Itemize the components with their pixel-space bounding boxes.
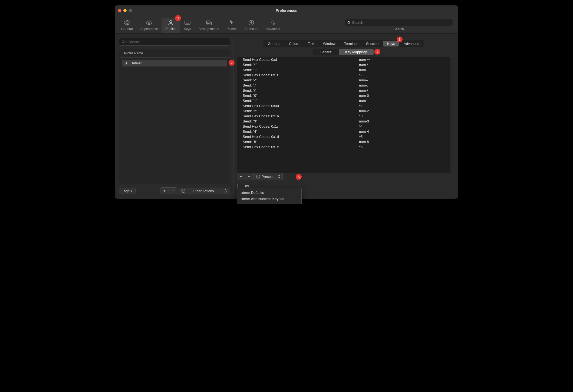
preset-natural-text-editing[interactable]: Natural Text Editing [237,202,301,204]
profile-search-field[interactable] [119,38,230,46]
mapping-row[interactable]: Send: "*"num-* [237,62,450,67]
gear-icon [124,19,130,26]
search-icon [347,21,351,25]
delete-checkbox-row: Del [237,184,450,188]
tab-advanced[interactable]: Advanced [399,41,424,46]
mapping-action: Send: "2" [243,109,359,113]
sidebar-bottom-bar: Tags > + − ••• Other Actions... [119,187,230,194]
mapping-row[interactable]: Send Hex Codes: 0x1b^3 [237,114,450,119]
toolbar-arrangements[interactable]: Arrangements [195,18,223,33]
profile-name: Default [130,61,141,65]
toolbar-label: Appearance [140,27,158,31]
toolbar-shortcuts[interactable]: Shortcuts [241,18,262,33]
mapping-row[interactable]: Send: "0"num-0 [237,93,450,98]
presets-dropdown: xterm Defaults xterm with Numeric Keypad… [237,188,302,204]
profile-search-input[interactable] [127,39,228,44]
presets-button[interactable]: ••• Presets... [253,173,283,180]
windows-icon [206,19,212,26]
mapping-row[interactable]: Send: "-"num-- [237,78,450,83]
delete-checkbox[interactable] [237,184,241,188]
person-icon [167,19,174,26]
tab-text[interactable]: Text [304,41,319,46]
profiles-sidebar: Profile Name Default 2 Tags > + − ••• Ot… [119,38,230,194]
mapping-shortcut: ^3 [359,114,363,118]
profile-row-default[interactable]: Default 2 [122,60,227,67]
annotation-badge-3: 3 [397,36,403,42]
delete-checkbox-label: Del [243,184,249,188]
mapping-shortcut: num-↩ [359,58,370,62]
mapping-row[interactable]: Send: "1"num-1 [237,98,450,103]
pointer-icon [229,19,235,26]
search-field[interactable] [345,19,453,26]
mapping-row[interactable]: Send Hex Codes: 0x1e^6 [237,144,450,150]
tags-button[interactable]: Tags > [119,188,136,194]
mapping-shortcut: ^4 [359,124,363,128]
mapping-shortcut: num-4 [359,129,369,134]
annotation-badge-1: 1 [175,15,181,21]
toolbar-label: Shortcuts [245,27,258,31]
mapping-row[interactable]: Send Hex Codes: 0x1c^4 [237,124,450,129]
mapping-row[interactable]: Send: "/"num-/ [237,88,450,93]
tab-keys[interactable]: Keys [383,41,399,46]
preferences-window: Preferences General Appearance 1 Profile… [115,5,458,199]
other-actions-button[interactable]: ••• Other Actions... [179,188,230,194]
minimize-button[interactable] [123,9,127,12]
key-mappings-table[interactable]: Send Hex Codes: 0xdnum-↩Send: "*"num-*Se… [237,57,450,173]
mapping-row[interactable]: Send Hex Codes: 0xdnum-↩ [237,57,450,62]
mapping-row[interactable]: Send: "2"num-2 [237,108,450,114]
toolbar-label: General [121,27,133,31]
mapping-shortcut: num-0 [359,94,369,98]
mapping-action: Send Hex Codes: 0xd [243,58,359,62]
close-button[interactable] [118,9,121,12]
mapping-shortcut: ^2 [359,104,363,108]
minus-icon: − [248,174,250,179]
star-icon [125,61,128,65]
mapping-action: Send Hex Codes: 0x1d [243,135,359,139]
mapping-action: Send: "4" [243,129,359,134]
toolbar-profiles[interactable]: 1 Profiles [162,18,180,33]
mapping-action: Send: "/" [243,88,359,92]
subtab-general[interactable]: General [313,49,339,55]
mapping-row[interactable]: Send: "+"num-+ [237,67,450,72]
toolbar-pointer[interactable]: Pointer [223,18,241,33]
toolbar-search: Search [342,17,456,33]
toolbar-keys[interactable]: Keys [180,18,195,33]
mapping-row[interactable]: Send Hex Codes: 0x00^2 [237,103,450,108]
preset-xterm-numeric[interactable]: xterm with Numeric Keypad [237,196,301,202]
mapping-shortcut: num-- [359,78,368,82]
mapping-shortcut: num-1 [359,99,369,103]
preset-xterm-defaults[interactable]: xterm Defaults [237,190,301,196]
ellipsis-circle-icon: ••• [182,189,185,193]
tab-terminal[interactable]: Terminal [340,41,362,46]
tab-colors[interactable]: Colors [285,41,304,46]
mapping-row[interactable]: Send: "."num-. [237,83,450,88]
chevron-down-icon [125,41,127,43]
search-input[interactable] [351,20,450,25]
add-profile-button[interactable]: + [160,187,169,194]
mapping-row[interactable]: Send: "3"num-3 [237,119,450,124]
mapping-row[interactable]: Send Hex Codes: 0x1d^5 [237,134,450,139]
mapping-row[interactable]: Send: "5"num-5 [237,139,450,144]
dropdown-arrows-icon [278,175,281,178]
mapping-action: Send: "*" [243,63,359,67]
toolbar-label: Keys [184,27,191,31]
toolbar-general[interactable]: General [117,18,137,33]
remove-mapping-button[interactable]: − [245,173,253,180]
remove-profile-button[interactable]: − [169,187,177,194]
tab-window[interactable]: Window [319,41,340,46]
mapping-shortcut: ^5 [359,135,363,139]
svg-point-6 [271,21,273,23]
mapping-row[interactable]: Send: "4"num-4 [237,129,450,134]
mapping-action: Send: "-" [243,78,359,82]
svg-point-7 [274,23,275,25]
add-mapping-button[interactable]: + [237,173,245,180]
tab-general[interactable]: General [264,41,285,46]
zoom-button[interactable] [129,9,132,12]
window-title: Preferences [276,8,297,13]
mapping-action: Send: "3" [243,119,359,123]
toolbar-advanced[interactable]: Advanced [262,18,284,33]
toolbar-appearance[interactable]: Appearance [137,18,162,33]
mapping-row[interactable]: Send Hex Codes: 0x1f^- [237,72,450,78]
tab-session[interactable]: Session [362,41,383,46]
subtab-key-mappings[interactable]: Key Mappings [339,49,374,55]
